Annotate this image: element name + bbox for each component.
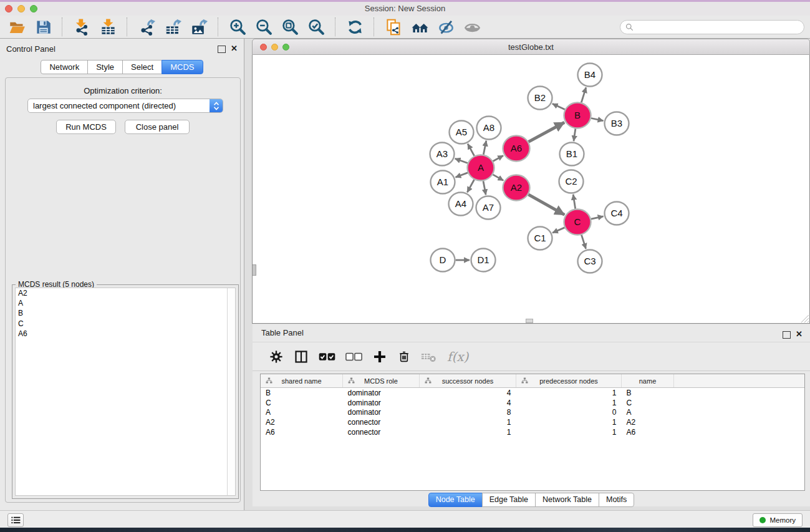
search-input[interactable] [637,22,799,32]
mcds-result-list[interactable]: A2ABCA6 [15,288,236,496]
open-session-icon[interactable] [7,17,26,36]
table-row[interactable]: Bdominator41B [261,388,804,398]
graph-node-B3[interactable]: B3 [605,112,629,135]
close-panel-button[interactable]: Close panel [125,120,190,134]
graph-node-D[interactable]: D [431,249,455,272]
table-cell: dominator [343,388,420,398]
svg-text:D: D [440,254,446,265]
column-type-icon [266,377,272,385]
window-resize-grip[interactable] [801,314,809,322]
import-table-icon[interactable] [99,17,117,36]
graph-node-A3[interactable]: A3 [430,143,455,166]
svg-text:B2: B2 [534,92,546,103]
task-history-button[interactable] [7,513,24,527]
table-tab-network-table[interactable]: Network Table [535,493,599,507]
graph-node-A8[interactable]: A8 [477,117,501,140]
close-panel-icon[interactable]: ✕ [231,44,238,53]
mcds-result-item[interactable]: A [16,298,235,308]
deselect-all-checkbox-icon[interactable] [345,349,362,364]
column-header-successor-nodes[interactable]: successor nodes [420,374,516,388]
table-float-panel-icon[interactable] [783,331,791,339]
save-session-icon[interactable] [34,17,52,36]
table-row[interactable]: A2connector11A2 [261,417,804,427]
table-row[interactable]: A6connector11A6 [261,427,804,437]
refresh-icon[interactable] [345,17,364,36]
select-all-checkbox-icon[interactable] [319,349,335,364]
network-window-title: testGlobe.txt [253,42,809,52]
table-cell: B [261,388,343,398]
canvas-left-scroll-handle[interactable] [253,264,256,276]
import-network-icon[interactable] [72,17,91,36]
tab-select[interactable]: Select [122,60,162,74]
graph-node-B4[interactable]: B4 [578,64,602,87]
delete-rows-icon[interactable] [397,349,411,364]
graph-node-C4[interactable]: C4 [605,202,629,225]
zoom-selected-icon[interactable] [307,17,325,36]
node-table[interactable]: shared nameMCDS rolesuccessor nodesprede… [260,374,805,491]
table-close-panel-icon[interactable]: ✕ [796,329,803,339]
column-header-MCDS-role[interactable]: MCDS role [343,374,420,388]
zoom-out-icon[interactable] [254,17,273,36]
search-box[interactable] [620,20,804,34]
home-icon[interactable] [410,17,429,36]
run-mcds-button[interactable]: Run MCDS [56,120,116,134]
graph-node-C[interactable]: C [564,210,591,235]
mcds-result-item[interactable]: A2 [16,288,235,298]
toolbar-separator [127,17,128,36]
svg-text:C: C [574,216,581,227]
tab-mcds[interactable]: MCDS [162,60,203,74]
mcds-result-item[interactable]: C [16,319,235,329]
column-type-icon [521,377,528,385]
graph-node-D1[interactable]: D1 [471,249,496,272]
table-settings-icon[interactable] [269,349,284,364]
zoom-fit-icon[interactable] [281,17,299,36]
graph-node-B[interactable]: B [564,103,591,128]
column-type-icon [425,377,432,385]
delete-column-icon[interactable] [421,349,437,364]
graph-node-A5[interactable]: A5 [450,121,474,144]
graph-node-C2[interactable]: C2 [559,170,584,193]
export-table-icon[interactable] [163,17,182,36]
tab-network[interactable]: Network [41,60,88,74]
criterion-dropdown-value: largest connected component (directed) [28,101,210,110]
function-builder-icon[interactable]: f(x) [447,349,468,364]
graph-node-A[interactable]: A [468,155,494,181]
column-header-shared-name[interactable]: shared name [261,374,343,388]
show-graphics-details-icon[interactable] [463,17,481,36]
table-tab-edge-table[interactable]: Edge Table [482,493,536,507]
show-columns-icon[interactable] [294,349,309,364]
mcds-result-item[interactable]: B [16,308,235,318]
tab-style[interactable]: Style [87,60,123,74]
canvas-bottom-scroll-handle[interactable] [526,319,533,323]
graph-node-A7[interactable]: A7 [476,196,501,220]
app-screen: Session: New Session Control Panel ✕ Net… [0,0,810,532]
graph-node-A4[interactable]: A4 [449,193,473,216]
criterion-dropdown[interactable]: largest connected component (directed) [27,99,223,113]
network-canvas[interactable]: B4B2BB3A8A5A6B1A3AA1C2A2A4A7C4CC1C3DD1 [252,55,810,324]
graph-node-C3[interactable]: C3 [578,250,602,273]
graph-node-C1[interactable]: C1 [528,227,552,250]
graph-node-A1[interactable]: A1 [431,171,455,194]
zoom-in-icon[interactable] [228,17,247,36]
new-network-from-selection-icon[interactable] [384,17,403,36]
network-window-titlebar[interactable]: testGlobe.txt [252,39,810,55]
svg-text:C2: C2 [565,176,577,186]
column-header-name[interactable]: name [622,374,674,388]
memory-button[interactable]: Memory [753,513,803,527]
mcds-result-item[interactable]: A6 [16,329,235,339]
export-network-icon[interactable] [137,17,156,36]
graph-node-B1[interactable]: B1 [560,143,584,166]
column-header-predecessor-nodes[interactable]: predecessor nodes [516,374,622,388]
hide-graphics-details-icon[interactable] [436,17,455,36]
graph-node-A6[interactable]: A6 [503,136,530,162]
add-row-icon[interactable] [372,349,387,364]
table-row[interactable]: Cdominator41C [261,398,804,408]
result-scrollbar[interactable] [227,288,235,495]
table-row[interactable]: Adominator80A [261,408,804,418]
graph-node-A2[interactable]: A2 [503,175,530,201]
table-tab-node-table[interactable]: Node Table [428,493,483,507]
export-image-icon[interactable] [190,17,208,36]
float-panel-icon[interactable] [218,46,226,53]
graph-node-B2[interactable]: B2 [528,87,552,110]
table-tab-motifs[interactable]: Motifs [599,493,634,507]
